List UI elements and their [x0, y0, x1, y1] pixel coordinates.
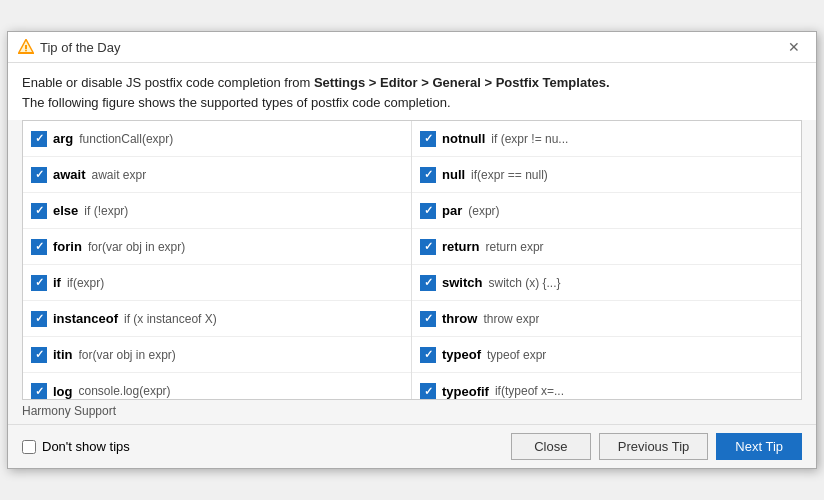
item-checkbox[interactable] [420, 311, 436, 327]
template-text: if(expr == null) [471, 168, 548, 182]
list-item: typeof typeof expr [412, 337, 801, 373]
keyword-label: notnull [442, 131, 485, 146]
list-item: notnull if (expr != nu... [412, 121, 801, 157]
close-window-button[interactable]: ✕ [782, 38, 806, 56]
list-item: itin for(var obj in expr) [23, 337, 411, 373]
keyword-label: throw [442, 311, 477, 326]
keyword-label: par [442, 203, 462, 218]
description-area: Enable or disable JS postfix code comple… [8, 63, 816, 120]
template-text: return expr [486, 240, 544, 254]
content-area: arg functionCall(expr) await await expr … [22, 120, 802, 400]
items-grid: arg functionCall(expr) await await expr … [23, 121, 801, 399]
list-item: null if(expr == null) [412, 157, 801, 193]
template-text: (expr) [468, 204, 499, 218]
dont-show-checkbox[interactable] [22, 440, 36, 454]
svg-point-3 [25, 50, 27, 52]
template-text: for(var obj in expr) [88, 240, 185, 254]
item-checkbox[interactable] [31, 203, 47, 219]
left-column: arg functionCall(expr) await await expr … [23, 121, 412, 399]
template-text: await expr [92, 168, 147, 182]
item-checkbox[interactable] [31, 311, 47, 327]
next-tip-button[interactable]: Next Tip [716, 433, 802, 460]
buttons-group: Close Previous Tip Next Tip [511, 433, 802, 460]
description-line1-path: Settings > Editor > General > Postfix Te… [314, 75, 610, 90]
list-item: await await expr [23, 157, 411, 193]
description-line2: The following figure shows the supported… [22, 95, 451, 110]
list-item: arg functionCall(expr) [23, 121, 411, 157]
template-text: throw expr [483, 312, 539, 326]
item-checkbox[interactable] [420, 383, 436, 399]
dont-show-label: Don't show tips [42, 439, 130, 454]
title-bar-left: Tip of the Day [18, 39, 120, 55]
template-text: functionCall(expr) [79, 132, 173, 146]
title-bar: Tip of the Day ✕ [8, 32, 816, 63]
tip-of-day-dialog: Tip of the Day ✕ Enable or disable JS po… [7, 31, 817, 469]
list-item: instanceof if (x instanceof X) [23, 301, 411, 337]
footer-hint: Harmony Support [8, 400, 816, 420]
template-text: if(typeof x=... [495, 384, 564, 398]
description-line1-prefix: Enable or disable JS postfix code comple… [22, 75, 314, 90]
keyword-label: itin [53, 347, 73, 362]
list-item: if if(expr) [23, 265, 411, 301]
keyword-label: null [442, 167, 465, 182]
keyword-label: log [53, 384, 73, 399]
keyword-label: typeof [442, 347, 481, 362]
list-item: return return expr [412, 229, 801, 265]
item-checkbox[interactable] [420, 347, 436, 363]
item-checkbox[interactable] [31, 167, 47, 183]
item-checkbox[interactable] [420, 203, 436, 219]
template-text: if (expr != nu... [491, 132, 568, 146]
item-checkbox[interactable] [31, 347, 47, 363]
item-checkbox[interactable] [420, 167, 436, 183]
item-checkbox[interactable] [31, 275, 47, 291]
item-checkbox[interactable] [31, 383, 47, 399]
close-button[interactable]: Close [511, 433, 591, 460]
template-text: for(var obj in expr) [79, 348, 176, 362]
previous-tip-button[interactable]: Previous Tip [599, 433, 709, 460]
list-item: typeofif if(typeof x=... [412, 373, 801, 399]
keyword-label: forin [53, 239, 82, 254]
keyword-label: switch [442, 275, 482, 290]
item-checkbox[interactable] [31, 239, 47, 255]
keyword-label: instanceof [53, 311, 118, 326]
item-checkbox[interactable] [31, 131, 47, 147]
list-item: par (expr) [412, 193, 801, 229]
dont-show-container: Don't show tips [22, 439, 130, 454]
template-text: typeof expr [487, 348, 546, 362]
dialog-title: Tip of the Day [40, 40, 120, 55]
scrollable-content: arg functionCall(expr) await await expr … [23, 121, 801, 399]
keyword-label: else [53, 203, 78, 218]
keyword-label: arg [53, 131, 73, 146]
keyword-label: return [442, 239, 480, 254]
keyword-label: typeofif [442, 384, 489, 399]
item-checkbox[interactable] [420, 239, 436, 255]
template-text: console.log(expr) [79, 384, 171, 398]
item-checkbox[interactable] [420, 131, 436, 147]
list-item: forin for(var obj in expr) [23, 229, 411, 265]
list-item: else if (!expr) [23, 193, 411, 229]
template-text: if(expr) [67, 276, 104, 290]
list-item: throw throw expr [412, 301, 801, 337]
template-text: switch (x) {...} [488, 276, 560, 290]
template-text: if (x instanceof X) [124, 312, 217, 326]
bottom-bar: Don't show tips Close Previous Tip Next … [8, 424, 816, 468]
template-text: if (!expr) [84, 204, 128, 218]
list-item: log console.log(expr) [23, 373, 411, 399]
item-checkbox[interactable] [420, 275, 436, 291]
keyword-label: if [53, 275, 61, 290]
right-column: notnull if (expr != nu... null if(expr =… [412, 121, 801, 399]
keyword-label: await [53, 167, 86, 182]
list-item: switch switch (x) {...} [412, 265, 801, 301]
app-icon [18, 39, 34, 55]
